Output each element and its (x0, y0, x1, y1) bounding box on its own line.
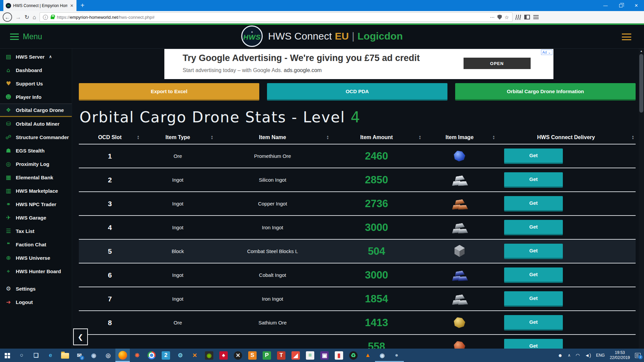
sidebar-item-settings[interactable]: ⚙ Settings (0, 282, 72, 295)
get-button[interactable]: Get (504, 244, 563, 259)
sidebar-item-hws-hunter-board[interactable]: ⌖ HWS Hunter Board (0, 264, 72, 278)
notification-center-icon[interactable]: 2 (635, 353, 641, 358)
sort-arrows-icon[interactable]: ▲▼ (211, 135, 213, 140)
taskbar-dark-app-icon[interactable]: ● (389, 349, 404, 362)
sidebar-item-tax-list[interactable]: ☰ Tax List (0, 224, 72, 238)
menu-toggle[interactable]: Menu (10, 32, 42, 41)
taskbar-a-app-icon[interactable]: ◢ (288, 349, 303, 362)
scrollbar-thumb[interactable] (639, 54, 643, 113)
taskbar-recycle-icon[interactable]: ♻ (346, 349, 361, 362)
sort-arrows-icon[interactable]: ▲▼ (492, 135, 495, 140)
ad-open-button[interactable]: OPEN (464, 58, 531, 69)
taskbar-doc-app-icon[interactable]: ≡ (303, 349, 317, 362)
sort-arrows-icon[interactable]: ▲▼ (419, 135, 421, 140)
refresh-button[interactable]: ↻ (24, 14, 29, 20)
sort-arrows-icon[interactable]: ▲▼ (326, 135, 329, 140)
sidebar-item-hws-npc-trader[interactable]: ⚭ HWS NPC Trader (0, 197, 72, 211)
browser-tab[interactable]: H HWS Connect | Empyrion Hom ✕ (3, 0, 76, 11)
scroll-up-icon[interactable]: ▲ (639, 50, 644, 53)
taskbar-file-explorer-icon[interactable] (58, 349, 72, 362)
protection-shield-icon[interactable] (497, 15, 502, 20)
minimize-button[interactable]: — (598, 0, 613, 11)
get-button[interactable]: Get (504, 315, 563, 330)
header-right-menu-icon[interactable] (622, 34, 631, 40)
taskbar-mixer-icon[interactable]: ✕ (187, 349, 202, 362)
sidebar-toggle-icon[interactable] (524, 15, 530, 19)
sidebar-item-player-info[interactable]: ☻ Player Info (0, 90, 72, 104)
browser-menu-icon[interactable] (533, 15, 539, 19)
sidebar-item-hws-marketplace[interactable]: ▥ HWS Marketplace (0, 184, 72, 197)
taskbar-chrome-icon[interactable] (144, 349, 159, 362)
taskbar-vlc-icon[interactable]: ▲ (361, 349, 375, 362)
taskbar-cortana-icon[interactable]: ○ (14, 349, 29, 362)
home-button[interactable]: ⌂ (33, 14, 36, 20)
taskbar-start-icon[interactable] (0, 349, 14, 362)
col-hws-connect-delivery[interactable]: HWS Connect Delivery▲▼ (496, 134, 636, 140)
col-ocd-slot[interactable]: OCD Slot▲▼ (79, 134, 141, 140)
ad-banner[interactable]: Try Google Advertising - We're giving yo… (164, 49, 553, 79)
page-scrollbar[interactable]: ▲ ▼ (639, 49, 644, 349)
taskbar-p-app-icon[interactable]: P (260, 349, 274, 362)
tray-chevron-icon[interactable]: ∧ (568, 353, 571, 358)
page-actions-icon[interactable]: ⋯ (490, 15, 495, 19)
taskbar-substance-icon[interactable]: S (245, 349, 260, 362)
people-icon[interactable]: ☻ (558, 353, 563, 358)
taskbar-thermo-icon[interactable]: ▮ (332, 349, 346, 362)
sidebar-item-hws-server[interactable]: ▤ HWS Server ∧ (0, 50, 72, 63)
get-button[interactable]: Get (504, 196, 563, 212)
sidebar-item-orbital-auto-miner[interactable]: ⛁ Orbital Auto Miner (0, 117, 72, 130)
sidebar-item-logout[interactable]: ➜ Logout (0, 295, 72, 309)
sort-arrows-icon[interactable]: ▲▼ (137, 135, 140, 140)
taskbar-geforce-icon[interactable]: ◉ (202, 349, 216, 362)
sidebar-item-proximity-log[interactable]: ◎ Proximity Log (0, 157, 72, 171)
sidebar-item-hws-universe[interactable]: ⊕ HWS Universe (0, 251, 72, 264)
sidebar-item-elemental-bank[interactable]: ▦ Elemental Bank (0, 171, 72, 184)
taskbar-mail-icon[interactable]: ✉2 (72, 349, 87, 362)
ad-link[interactable]: ads.google.com (284, 67, 322, 73)
sidebar-item-dashboard[interactable]: ⌂ Dashboard (0, 63, 72, 77)
sidebar-item-orbital-cargo-drone[interactable]: ❖ Orbital Cargo Drone (0, 104, 72, 117)
taskbar-gears-icon[interactable]: ⚙ (173, 349, 187, 362)
col-item-amount[interactable]: Item Amount▲▼ (330, 134, 423, 140)
taskbar-steam-2-icon[interactable]: ◉ (375, 349, 389, 362)
restore-button[interactable] (613, 0, 629, 11)
sidebar-collapse-button[interactable]: ❮ (73, 328, 88, 345)
forward-button[interactable]: → (15, 14, 21, 20)
url-bar[interactable]: i https://empyrion-homeworld.net/hws-con… (40, 12, 513, 22)
col-item-name[interactable]: Item Name▲▼ (215, 134, 330, 140)
taskbar-paint-swirl-icon[interactable]: ❋ (130, 349, 144, 362)
orbital-cargo-drone-information-button[interactable]: Orbital Cargo Drone Information (455, 83, 636, 101)
taskbar-pokerstars-icon[interactable]: ♠ (216, 349, 231, 362)
wifi-icon[interactable]: ◠ (576, 353, 580, 358)
taskbar-shield-2-icon[interactable]: 2 (159, 349, 173, 362)
sidebar-item-hws-garage[interactable]: ✈ HWS Garage (0, 211, 72, 224)
back-button[interactable]: ← (3, 12, 12, 22)
sidebar-item-faction-chat[interactable]: ❝ Faction Chat (0, 238, 72, 251)
ad-choices-badge[interactable]: Ad ⌄ (541, 50, 552, 55)
clock[interactable]: 19:5322/02/2019 (610, 350, 630, 360)
taskbar-firefox-icon[interactable] (115, 349, 130, 362)
taskbar-task-view-icon[interactable]: ❑ (29, 349, 43, 362)
export-to-excel-button[interactable]: Export to Excel (79, 83, 259, 101)
get-button[interactable]: Get (504, 220, 563, 235)
sidebar-item-egs-stealth[interactable]: ☗ EGS Stealth (0, 144, 72, 157)
page-info-icon[interactable]: i (43, 15, 48, 20)
taskbar-edge-icon[interactable]: e (43, 349, 58, 362)
get-button[interactable]: Get (504, 172, 563, 188)
sidebar-item-structure-commander[interactable]: ☍ Structure Commander (0, 130, 72, 144)
hws-logo[interactable]: ✦ HWS (241, 25, 263, 47)
library-icon[interactable] (515, 15, 521, 20)
sort-arrows-icon[interactable]: ▲▼ (632, 135, 634, 140)
taskbar-cpu-app-icon[interactable]: ▣ (317, 349, 332, 362)
taskbar-t-app-icon[interactable]: T (274, 349, 288, 362)
col-item-image[interactable]: Item Image▲▼ (423, 134, 496, 140)
tab-close-icon[interactable]: ✕ (69, 3, 74, 8)
language-indicator[interactable]: ENG (596, 353, 605, 358)
volume-icon[interactable]: ◄) (585, 353, 591, 358)
get-button[interactable]: Get (504, 339, 563, 349)
ad-headline[interactable]: Try Google Advertising - We're giving yo… (183, 53, 420, 63)
get-button[interactable]: Get (504, 267, 563, 283)
close-button[interactable]: ✕ (629, 0, 644, 11)
new-tab-button[interactable]: + (76, 0, 89, 11)
ocd-pda-button[interactable]: OCD PDA (267, 83, 447, 101)
